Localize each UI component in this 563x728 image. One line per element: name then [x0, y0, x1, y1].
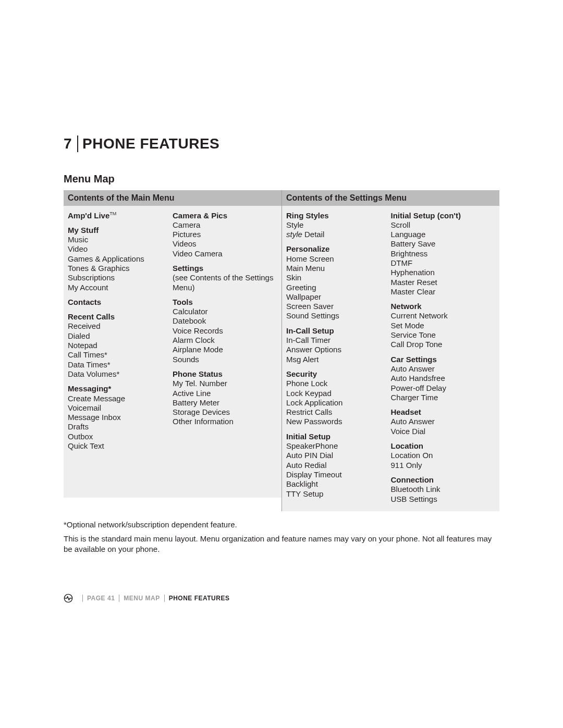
menu-group: Initial Setup (con't)ScrollLanguageBatte… — [391, 211, 493, 297]
menu-item: Pictures — [173, 230, 274, 239]
menu-item: Call Times* — [68, 350, 169, 360]
footer-separator — [82, 595, 83, 602]
main-menu-column: Contents of the Main Menu Amp'd LiveTMMy… — [64, 190, 282, 511]
menu-item: Music — [68, 235, 169, 244]
menu-item: Set Mode — [391, 321, 493, 330]
menu-group-title: Recent Calls — [68, 312, 169, 322]
main-menu-body: Amp'd LiveTMMy StuffMusicVideoGames & Ap… — [64, 206, 282, 498]
footer-separator — [119, 595, 119, 602]
menu-group: Amp'd LiveTM — [68, 211, 169, 220]
menu-group: Car SettingsAuto AnswerAuto HandsfreePow… — [391, 355, 493, 402]
menu-item: Msg Alert — [286, 355, 388, 364]
menu-item: SpeakerPhone — [286, 441, 388, 451]
menu-item: Outbox — [68, 432, 169, 441]
menu-item: Calculator — [173, 307, 274, 316]
menu-item: Sounds — [173, 355, 274, 364]
menu-item: Games & Applications — [68, 254, 169, 264]
menu-item: Notepad — [68, 341, 169, 350]
document-page: 7 PHONE FEATURES Menu Map Contents of th… — [0, 0, 563, 728]
menu-item: Screen Saver — [286, 302, 388, 311]
settings-menu-col1: Ring StylesStylestyle DetailPersonalizeH… — [286, 211, 391, 504]
menu-item: My Tel. Number — [173, 379, 274, 388]
menu-item: Auto PIN Dial — [286, 451, 388, 460]
settings-menu-col2: Initial Setup (con't)ScrollLanguageBatte… — [391, 211, 496, 504]
menu-group-title: Tools — [173, 298, 274, 307]
main-menu-col2: Camera & PicsCameraPicturesVideosVideo C… — [173, 211, 277, 490]
page-footer: PAGE 41 MENU MAP PHONE FEATURES — [64, 594, 229, 603]
menu-item: Storage Devices — [173, 408, 274, 417]
menu-group-title: Network — [391, 302, 493, 311]
menu-item: TTY Setup — [286, 489, 388, 499]
menu-item: Tones & Graphics — [68, 264, 169, 273]
menu-item: Wallpaper — [286, 292, 388, 302]
menu-item: Quick Text — [68, 441, 169, 451]
menu-group: Initial SetupSpeakerPhoneAuto PIN DialAu… — [286, 432, 388, 499]
menu-item: Video Camera — [173, 249, 274, 258]
chapter-separator — [77, 135, 78, 152]
menu-group: PersonalizeHome ScreenMain MenuSkinGreet… — [286, 244, 388, 320]
menu-group: SecurityPhone LockLock KeypadLock Applic… — [286, 369, 388, 427]
menu-item: Auto Handsfree — [391, 374, 493, 383]
menu-group: NetworkCurrent NetworkSet ModeService To… — [391, 302, 493, 349]
menu-group: My StuffMusicVideoGames & ApplicationsTo… — [68, 226, 169, 292]
menu-group-title: Phone Status — [173, 369, 274, 379]
menu-item: Lock Application — [286, 398, 388, 408]
menu-item: Create Message — [68, 394, 169, 403]
menu-map-table: Contents of the Main Menu Amp'd LiveTMMy… — [64, 190, 499, 511]
menu-item: Answer Options — [286, 345, 388, 354]
menu-item: Current Network — [391, 311, 493, 320]
menu-group-title: Initial Setup (con't) — [391, 211, 493, 220]
menu-group: Settings(see Contents of the Settings Me… — [173, 264, 274, 292]
menu-item: Message Inbox — [68, 413, 169, 422]
menu-item: Battery Meter — [173, 398, 274, 408]
chapter-heading: 7 PHONE FEATURES — [64, 135, 499, 152]
menu-group: HeadsetAuto AnswerVoice Dial — [391, 408, 493, 436]
menu-group-title: Camera & Pics — [173, 211, 274, 220]
menu-group-title: Car Settings — [391, 355, 493, 364]
menu-item: 911 Only — [391, 461, 493, 470]
menu-item: Videos — [173, 239, 274, 249]
menu-item: Sound Settings — [286, 311, 388, 320]
menu-item: Active Line — [173, 389, 274, 398]
menu-item: Power-off Delay — [391, 384, 493, 393]
section-title: Menu Map — [64, 173, 499, 185]
footnotes: *Optional network/subscription dependent… — [64, 520, 499, 554]
menu-item: Phone Lock — [286, 379, 388, 388]
menu-item: Data Volumes* — [68, 369, 169, 379]
menu-item: Alarm Clock — [173, 336, 274, 345]
menu-item: Data Times* — [68, 360, 169, 369]
menu-item: Voicemail — [68, 403, 169, 413]
menu-group-title: My Stuff — [68, 226, 169, 235]
menu-group: Contacts — [68, 298, 169, 307]
settings-menu-header: Contents of the Settings Menu — [282, 190, 499, 206]
menu-group: Phone StatusMy Tel. NumberActive LineBat… — [173, 369, 274, 427]
footer-crumb-1: MENU MAP — [124, 595, 160, 602]
menu-group-title: Contacts — [68, 298, 169, 307]
menu-group: LocationLocation On911 Only — [391, 441, 493, 470]
menu-group-title: In-Call Setup — [286, 326, 388, 336]
menu-item: Master Reset — [391, 278, 493, 287]
menu-group: Messaging*Create MessageVoicemailMessage… — [68, 384, 169, 451]
menu-item: DTMF — [391, 258, 493, 268]
menu-item: Scroll — [391, 220, 493, 230]
menu-group: In-Call SetupIn-Call TimerAnswer Options… — [286, 326, 388, 364]
menu-group-note: (see Contents of the Settings Menu) — [173, 273, 274, 292]
chapter-number: 7 — [64, 135, 77, 152]
trademark-symbol: TM — [109, 211, 116, 216]
menu-group: Ring StylesStylestyle Detail — [286, 211, 388, 240]
menu-item: Call Drop Tone — [391, 340, 493, 349]
menu-group-title: Connection — [391, 475, 493, 485]
menu-item: In-Call Timer — [286, 336, 388, 345]
menu-item: Voice Dial — [391, 427, 493, 436]
menu-item: Greeting — [286, 283, 388, 292]
menu-item: Master Clear — [391, 287, 493, 297]
menu-item: USB Settings — [391, 495, 493, 504]
menu-item: Battery Save — [391, 239, 493, 249]
menu-item: Brightness — [391, 249, 493, 258]
menu-group-title: Security — [286, 369, 388, 379]
menu-item: Bluetooth Link — [391, 485, 493, 494]
main-menu-header: Contents of the Main Menu — [64, 190, 282, 206]
footnote-2: This is the standard main menu layout. M… — [64, 534, 499, 554]
menu-group-title: Messaging* — [68, 384, 169, 393]
menu-item: Main Menu — [286, 264, 388, 273]
